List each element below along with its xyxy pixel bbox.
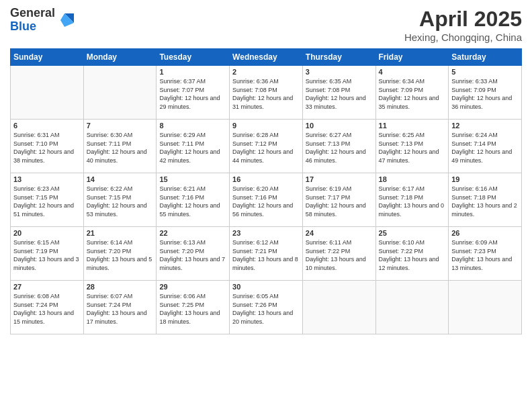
calendar-day: 24Sunrise: 6:11 AM Sunset: 7:22 PM Dayli… bbox=[302, 227, 375, 281]
calendar-day: 7Sunrise: 6:30 AM Sunset: 7:11 PM Daylig… bbox=[83, 120, 157, 173]
day-number: 6 bbox=[13, 122, 81, 130]
calendar-day: 30Sunrise: 6:05 AM Sunset: 7:26 PM Dayli… bbox=[230, 281, 303, 334]
col-friday: Friday bbox=[375, 49, 449, 66]
calendar-day bbox=[11, 66, 84, 120]
calendar-day: 8Sunrise: 6:29 AM Sunset: 7:11 PM Daylig… bbox=[157, 120, 230, 173]
calendar-day: 25Sunrise: 6:10 AM Sunset: 7:22 PM Dayli… bbox=[375, 227, 449, 281]
day-info: Sunrise: 6:36 AM Sunset: 7:08 PM Dayligh… bbox=[232, 77, 300, 111]
title-section: April 2025 Hexing, Chongqing, China bbox=[404, 7, 522, 43]
col-monday: Monday bbox=[83, 49, 157, 66]
day-info: Sunrise: 6:06 AM Sunset: 7:25 PM Dayligh… bbox=[159, 292, 226, 326]
day-number: 15 bbox=[159, 175, 226, 183]
day-info: Sunrise: 6:23 AM Sunset: 7:15 PM Dayligh… bbox=[13, 185, 81, 218]
day-number: 22 bbox=[159, 229, 226, 237]
day-number: 9 bbox=[232, 122, 300, 130]
day-info: Sunrise: 6:11 AM Sunset: 7:22 PM Dayligh… bbox=[306, 238, 373, 272]
calendar-day: 16Sunrise: 6:20 AM Sunset: 7:16 PM Dayli… bbox=[230, 173, 303, 227]
day-number: 4 bbox=[379, 68, 446, 76]
logo: General Blue bbox=[10, 7, 77, 34]
day-info: Sunrise: 6:19 AM Sunset: 7:17 PM Dayligh… bbox=[306, 185, 373, 218]
day-info: Sunrise: 6:05 AM Sunset: 7:26 PM Dayligh… bbox=[232, 292, 300, 326]
calendar-day: 11Sunrise: 6:25 AM Sunset: 7:13 PM Dayli… bbox=[375, 120, 449, 173]
day-number: 2 bbox=[232, 68, 300, 76]
calendar-header-row: Sunday Monday Tuesday Wednesday Thursday… bbox=[11, 49, 522, 66]
day-number: 11 bbox=[379, 122, 446, 130]
day-info: Sunrise: 6:07 AM Sunset: 7:24 PM Dayligh… bbox=[87, 292, 154, 326]
col-tuesday: Tuesday bbox=[157, 49, 230, 66]
calendar-day: 26Sunrise: 6:09 AM Sunset: 7:23 PM Dayli… bbox=[449, 227, 522, 281]
calendar-day: 19Sunrise: 6:16 AM Sunset: 7:18 PM Dayli… bbox=[449, 173, 522, 227]
calendar-day bbox=[375, 281, 449, 334]
day-number: 30 bbox=[232, 283, 300, 291]
day-number: 10 bbox=[306, 122, 373, 130]
day-number: 5 bbox=[451, 68, 519, 76]
day-info: Sunrise: 6:25 AM Sunset: 7:13 PM Dayligh… bbox=[379, 131, 446, 165]
col-wednesday: Wednesday bbox=[230, 49, 303, 66]
day-number: 25 bbox=[379, 229, 446, 237]
day-number: 14 bbox=[87, 175, 154, 183]
day-info: Sunrise: 6:17 AM Sunset: 7:18 PM Dayligh… bbox=[379, 185, 446, 218]
calendar-day bbox=[449, 281, 522, 334]
calendar-day: 18Sunrise: 6:17 AM Sunset: 7:18 PM Dayli… bbox=[375, 173, 449, 227]
day-info: Sunrise: 6:13 AM Sunset: 7:20 PM Dayligh… bbox=[159, 238, 226, 272]
day-info: Sunrise: 6:33 AM Sunset: 7:09 PM Dayligh… bbox=[451, 77, 519, 111]
calendar-week-2: 6Sunrise: 6:31 AM Sunset: 7:10 PM Daylig… bbox=[11, 120, 522, 173]
day-info: Sunrise: 6:21 AM Sunset: 7:16 PM Dayligh… bbox=[159, 185, 226, 218]
logo-general: General bbox=[10, 7, 55, 20]
day-number: 24 bbox=[306, 229, 373, 237]
day-info: Sunrise: 6:14 AM Sunset: 7:20 PM Dayligh… bbox=[87, 238, 154, 272]
day-info: Sunrise: 6:35 AM Sunset: 7:08 PM Dayligh… bbox=[306, 77, 373, 111]
col-saturday: Saturday bbox=[449, 49, 522, 66]
day-number: 3 bbox=[306, 68, 373, 76]
calendar-day: 3Sunrise: 6:35 AM Sunset: 7:08 PM Daylig… bbox=[302, 66, 375, 120]
calendar-day: 9Sunrise: 6:28 AM Sunset: 7:12 PM Daylig… bbox=[230, 120, 303, 173]
calendar-week-1: 1Sunrise: 6:37 AM Sunset: 7:07 PM Daylig… bbox=[11, 66, 522, 120]
day-number: 1 bbox=[159, 68, 226, 76]
day-info: Sunrise: 6:31 AM Sunset: 7:10 PM Dayligh… bbox=[13, 131, 81, 165]
day-number: 20 bbox=[13, 229, 81, 237]
calendar-day: 17Sunrise: 6:19 AM Sunset: 7:17 PM Dayli… bbox=[302, 173, 375, 227]
header: General Blue April 2025 Hexing, Chongqin… bbox=[10, 7, 522, 43]
calendar-day: 23Sunrise: 6:12 AM Sunset: 7:21 PM Dayli… bbox=[230, 227, 303, 281]
calendar-week-4: 20Sunrise: 6:15 AM Sunset: 7:19 PM Dayli… bbox=[11, 227, 522, 281]
day-number: 28 bbox=[87, 283, 154, 291]
day-number: 12 bbox=[451, 122, 519, 130]
calendar-day: 29Sunrise: 6:06 AM Sunset: 7:25 PM Dayli… bbox=[157, 281, 230, 334]
day-number: 21 bbox=[87, 229, 154, 237]
calendar-day: 5Sunrise: 6:33 AM Sunset: 7:09 PM Daylig… bbox=[449, 66, 522, 120]
day-info: Sunrise: 6:12 AM Sunset: 7:21 PM Dayligh… bbox=[232, 238, 300, 272]
calendar-day: 21Sunrise: 6:14 AM Sunset: 7:20 PM Dayli… bbox=[83, 227, 157, 281]
calendar-day: 14Sunrise: 6:22 AM Sunset: 7:15 PM Dayli… bbox=[83, 173, 157, 227]
day-info: Sunrise: 6:27 AM Sunset: 7:13 PM Dayligh… bbox=[306, 131, 373, 165]
day-number: 16 bbox=[232, 175, 300, 183]
day-number: 27 bbox=[13, 283, 81, 291]
day-number: 13 bbox=[13, 175, 81, 183]
logo-blue: Blue bbox=[10, 20, 55, 34]
calendar-day bbox=[83, 66, 157, 120]
day-info: Sunrise: 6:08 AM Sunset: 7:24 PM Dayligh… bbox=[13, 292, 81, 326]
calendar-day bbox=[302, 281, 375, 334]
calendar-day: 28Sunrise: 6:07 AM Sunset: 7:24 PM Dayli… bbox=[83, 281, 157, 334]
day-info: Sunrise: 6:30 AM Sunset: 7:11 PM Dayligh… bbox=[87, 131, 154, 165]
day-info: Sunrise: 6:34 AM Sunset: 7:09 PM Dayligh… bbox=[379, 77, 446, 111]
calendar-day: 20Sunrise: 6:15 AM Sunset: 7:19 PM Dayli… bbox=[11, 227, 84, 281]
day-info: Sunrise: 6:37 AM Sunset: 7:07 PM Dayligh… bbox=[159, 77, 226, 111]
month-title: April 2025 bbox=[404, 7, 522, 32]
calendar-table: Sunday Monday Tuesday Wednesday Thursday… bbox=[10, 48, 522, 334]
day-info: Sunrise: 6:10 AM Sunset: 7:22 PM Dayligh… bbox=[379, 238, 446, 272]
calendar-week-5: 27Sunrise: 6:08 AM Sunset: 7:24 PM Dayli… bbox=[11, 281, 522, 334]
logo-text: General Blue bbox=[10, 7, 55, 34]
logo-icon bbox=[58, 11, 77, 30]
day-info: Sunrise: 6:15 AM Sunset: 7:19 PM Dayligh… bbox=[13, 238, 81, 272]
day-info: Sunrise: 6:16 AM Sunset: 7:18 PM Dayligh… bbox=[451, 185, 519, 218]
day-number: 7 bbox=[87, 122, 154, 130]
col-thursday: Thursday bbox=[302, 49, 375, 66]
day-info: Sunrise: 6:09 AM Sunset: 7:23 PM Dayligh… bbox=[451, 238, 519, 272]
day-number: 19 bbox=[451, 175, 519, 183]
location: Hexing, Chongqing, China bbox=[404, 32, 522, 43]
calendar-day: 10Sunrise: 6:27 AM Sunset: 7:13 PM Dayli… bbox=[302, 120, 375, 173]
calendar-day: 6Sunrise: 6:31 AM Sunset: 7:10 PM Daylig… bbox=[11, 120, 84, 173]
day-number: 29 bbox=[159, 283, 226, 291]
day-number: 23 bbox=[232, 229, 300, 237]
calendar-day: 27Sunrise: 6:08 AM Sunset: 7:24 PM Dayli… bbox=[11, 281, 84, 334]
